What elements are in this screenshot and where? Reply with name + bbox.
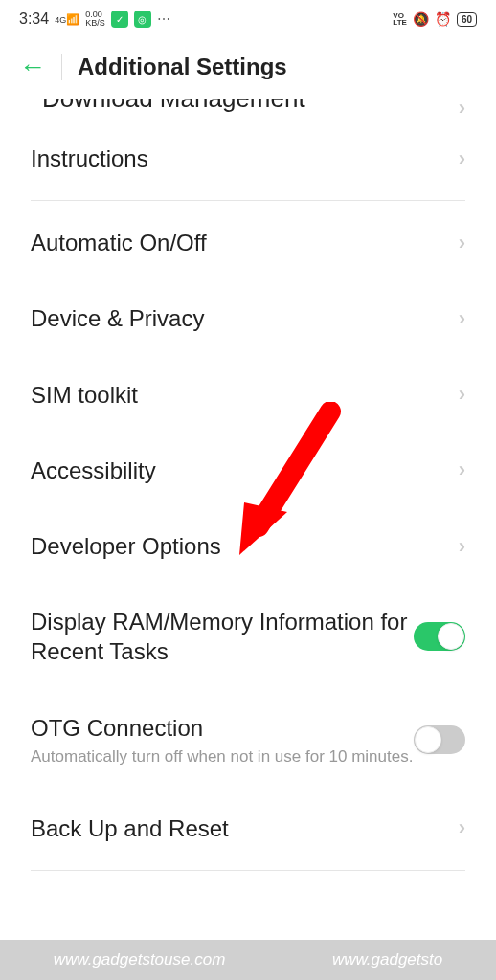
chevron-right-icon: ›: [459, 382, 465, 407]
status-left: 3:34 4G📶 0.00 KB/S ✓ ◎ ⋯: [19, 11, 170, 28]
list-item-sim-toolkit[interactable]: SIM toolkit ›: [19, 357, 477, 433]
chevron-right-icon: ›: [459, 231, 465, 256]
item-sublabel: Automatically turn off when not in use f…: [31, 746, 414, 768]
list-item-instructions[interactable]: Instructions ›: [19, 121, 477, 196]
header-divider: [61, 54, 62, 80]
item-label: Instructions: [31, 144, 459, 173]
item-label: OTG Connection: [31, 713, 414, 743]
list-item-download-management[interactable]: Download Management ›: [19, 96, 477, 121]
list-item-device-privacy[interactable]: Device & Privacy ›: [19, 280, 477, 356]
mute-icon: 🔕: [413, 11, 429, 27]
toggle-display-ram[interactable]: [414, 622, 465, 651]
list-item-developer-options[interactable]: Developer Options ›: [19, 508, 477, 584]
toggle-knob: [415, 726, 441, 753]
settings-list: Download Management › Instructions › Aut…: [0, 96, 496, 871]
toggle-knob: [438, 623, 464, 650]
status-bar: 3:34 4G📶 0.00 KB/S ✓ ◎ ⋯ VOLTE 🔕 ⏰ 60: [0, 0, 496, 38]
alarm-icon: ⏰: [435, 11, 451, 27]
chevron-right-icon: ›: [459, 146, 465, 171]
item-label: Automatic On/Off: [31, 228, 459, 257]
header: ← Additional Settings: [0, 38, 496, 96]
item-label: Accessibility: [31, 456, 459, 485]
chevron-right-icon: ›: [459, 534, 465, 559]
chevron-right-icon: ›: [459, 457, 465, 482]
item-label: SIM toolkit: [31, 380, 459, 410]
chevron-right-icon: ›: [459, 96, 465, 121]
signal-icon: 4G📶: [55, 13, 79, 26]
status-right: VOLTE 🔕 ⏰ 60: [393, 11, 477, 27]
more-icon: ⋯: [157, 11, 170, 27]
back-arrow-icon[interactable]: ←: [19, 52, 46, 82]
app-icon-2: ◎: [134, 11, 151, 28]
item-label: Back Up and Reset: [31, 813, 459, 843]
watermark-text: www.gadgetsto: [332, 950, 442, 969]
item-label: Device & Privacy: [31, 303, 459, 333]
list-item-accessibility[interactable]: Accessibility ›: [19, 433, 477, 508]
chevron-right-icon: ›: [459, 815, 465, 840]
item-label: Developer Options: [31, 531, 459, 561]
item-label: Download Management: [31, 99, 317, 120]
network-speed: 0.00 KB/S: [85, 11, 105, 28]
list-item-otg-connection[interactable]: OTG Connection Automatically turn off wh…: [19, 690, 477, 791]
list-item-backup-reset[interactable]: Back Up and Reset ›: [19, 791, 477, 866]
volte-icon: VOLTE: [393, 12, 407, 26]
section-divider: [31, 870, 465, 871]
app-icon-1: ✓: [111, 11, 128, 28]
section-divider: [31, 200, 465, 201]
toggle-otg[interactable]: [414, 725, 465, 754]
item-label: Display RAM/Memory Information for Recen…: [31, 607, 414, 666]
list-item-automatic-onoff[interactable]: Automatic On/Off ›: [19, 205, 477, 280]
status-time: 3:34: [19, 11, 49, 28]
page-title: Additional Settings: [78, 54, 287, 80]
battery-icon: 60: [457, 12, 477, 27]
chevron-right-icon: ›: [459, 306, 465, 331]
watermark: www.gadgetstouse.com www.gadgetsto: [0, 940, 496, 980]
list-item-display-ram[interactable]: Display RAM/Memory Information for Recen…: [19, 584, 477, 689]
watermark-text: www.gadgetstouse.com: [54, 950, 226, 969]
